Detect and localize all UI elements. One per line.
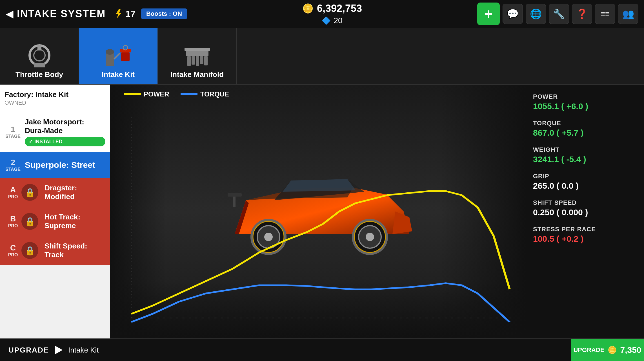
lightning-icon [114, 9, 123, 18]
stat-shift-speed: SHIFT SPEED 0.250 ( 0.000 ) [533, 199, 637, 217]
bottom-bar: UPGRADE Intake Kit UPGRADE 🪙 7,350 [0, 338, 644, 361]
stat-stress: STRESS PER RACE 100.5 ( +0.2 ) [533, 226, 637, 244]
grip-label: GRIP [533, 173, 637, 180]
svg-rect-14 [204, 56, 208, 65]
power-legend-line [124, 93, 141, 95]
stock-name: Factory: Intake Kit [5, 90, 105, 99]
top-right: + 💬 🌐 🔧 ❓ ≡≡ 👥 [477, 3, 638, 25]
torque-legend-line [181, 93, 197, 95]
installed-badge: ✓ INSTALLED [25, 137, 105, 146]
gems-amount: 20 [334, 16, 342, 25]
stage2-word: STAGE [5, 167, 21, 172]
svg-rect-15 [185, 48, 210, 51]
world-button[interactable]: 🌐 [526, 4, 546, 24]
legend-power: POWER [124, 90, 169, 98]
tab-throttle-body[interactable]: Throttle Body [0, 28, 79, 84]
tab-throttle-body-label: Throttle Body [15, 70, 63, 79]
stage1-badge: 1 STAGE [5, 125, 21, 139]
upgrade-item-name: Intake Kit [68, 346, 99, 355]
back-button[interactable]: ◀ INTAKE SYSTEM [6, 8, 106, 20]
svg-rect-23 [228, 193, 242, 197]
stagea-word: PRO [5, 194, 21, 199]
lightning-section: 17 [114, 9, 136, 19]
community-button[interactable]: 👥 [618, 4, 638, 24]
back-arrow-icon: ◀ [6, 8, 14, 20]
stat-power: POWER 1055.1 ( +6.0 ) [533, 93, 637, 111]
lightning-count: 17 [125, 9, 136, 19]
power-legend-label: POWER [144, 90, 169, 98]
svg-point-1 [34, 50, 45, 61]
left-panel: Factory: Intake Kit OWNED 1 STAGE Jake M… [0, 85, 110, 338]
torque-label: TORQUE [533, 120, 637, 127]
cost-coin-icon: 🪙 [608, 346, 617, 355]
stage2-num: 2 [11, 158, 15, 167]
installed-label: ✓ INSTALLED [29, 138, 63, 145]
stage1-word: STAGE [5, 134, 21, 139]
lock-icon-c: 🔒 [21, 242, 38, 259]
stress-value: 100.5 ( +0.2 ) [533, 234, 637, 244]
svg-point-5 [106, 49, 114, 55]
svg-point-18 [264, 233, 273, 241]
upgrade-stock[interactable]: Factory: Intake Kit OWNED [0, 85, 110, 112]
top-bar: ◀ INTAKE SYSTEM 17 Boosts : ON 🪙 6,392,7… [0, 0, 644, 28]
svg-rect-2 [34, 63, 45, 67]
upgradec-name: Shift Speed: Track [45, 242, 105, 259]
svg-rect-13 [200, 56, 203, 64]
stagec-word: PRO [5, 252, 21, 257]
upgrade2-info: Superpole: Street [25, 160, 105, 170]
upgrade-stagea[interactable]: A PRO 🔒 Dragster: Modified [0, 178, 110, 207]
tab-intake-manifold-label: Intake Manifold [170, 70, 224, 79]
upgrade-stage1[interactable]: 1 STAGE Jake Motorsport: Dura-Made ✓ INS… [0, 112, 110, 152]
page-title: INTAKE SYSTEM [17, 8, 106, 20]
stagec-num: C [10, 243, 16, 252]
stat-torque: TORQUE 867.0 ( +5.7 ) [533, 120, 637, 138]
events-button[interactable]: ≡≡ [595, 4, 615, 24]
svg-rect-11 [192, 56, 195, 65]
gems-row: 🔷 20 [322, 16, 342, 25]
car-view: POWER TORQUE [110, 85, 526, 338]
shift-speed-value: 0.250 ( 0.000 ) [533, 208, 637, 217]
upgrade-stage2[interactable]: 2 STAGE Superpole: Street [0, 152, 110, 178]
upgrade-stageb[interactable]: B PRO 🔒 Hot Track: Supreme [0, 207, 110, 236]
top-center: 🪙 6,392,753 🔷 20 [187, 3, 477, 25]
car-svg [212, 144, 423, 290]
tab-intake-kit-label: Intake Kit [102, 70, 135, 79]
stage2-badge: 2 STAGE [5, 158, 21, 172]
power-value: 1055.1 ( +6.0 ) [533, 102, 637, 111]
right-stats: POWER 1055.1 ( +6.0 ) TORQUE 867.0 ( +5.… [526, 85, 644, 338]
wrench-button[interactable]: 🔧 [549, 4, 569, 24]
chart-legend: POWER TORQUE [124, 90, 229, 98]
stageb-word: PRO [5, 223, 21, 228]
car-container [110, 85, 526, 338]
grip-value: 265.0 ( 0.0 ) [533, 181, 637, 191]
chat-button[interactable]: 💬 [503, 4, 523, 24]
gem-icon: 🔷 [322, 16, 331, 25]
upgrade2-name: Superpole: Street [25, 160, 105, 170]
boost-badge[interactable]: Boosts : ON [141, 8, 187, 19]
stagea-badge: A PRO [5, 185, 21, 199]
upgradea-info: Dragster: Modified [45, 184, 105, 201]
throttle-body-icon [24, 43, 55, 68]
tab-intake-kit[interactable]: Intake Kit [79, 28, 158, 84]
upgrade-stagec[interactable]: C PRO 🔒 Shift Speed: Track [0, 236, 110, 265]
upgrade-cost-amount: 7,350 [620, 345, 641, 355]
currency-row: 🪙 6,392,753 [302, 3, 362, 14]
power-label: POWER [533, 93, 637, 100]
svg-point-21 [366, 233, 374, 241]
upgrade-cost-button[interactable]: UPGRADE 🪙 7,350 [571, 339, 644, 361]
upgrade-label: UPGRADE [8, 346, 49, 355]
add-currency-button[interactable]: + [477, 3, 500, 25]
intake-kit-icon [103, 43, 134, 68]
lock-icon-a: 🔒 [21, 184, 38, 201]
weight-value: 3241.1 ( -5.4 ) [533, 155, 637, 164]
currency-amount: 6,392,753 [317, 3, 362, 14]
upgradeb-info: Hot Track: Supreme [45, 213, 105, 230]
stagec-badge: C PRO [5, 243, 21, 257]
shift-speed-label: SHIFT SPEED [533, 199, 637, 206]
tab-intake-manifold[interactable]: Intake Manifold [158, 28, 237, 84]
svg-rect-10 [187, 56, 191, 66]
stage1-num: 1 [11, 125, 15, 134]
help-button[interactable]: ❓ [572, 4, 592, 24]
stat-weight: WEIGHT 3241.1 ( -5.4 ) [533, 146, 637, 164]
torque-legend-label: TORQUE [200, 90, 229, 98]
